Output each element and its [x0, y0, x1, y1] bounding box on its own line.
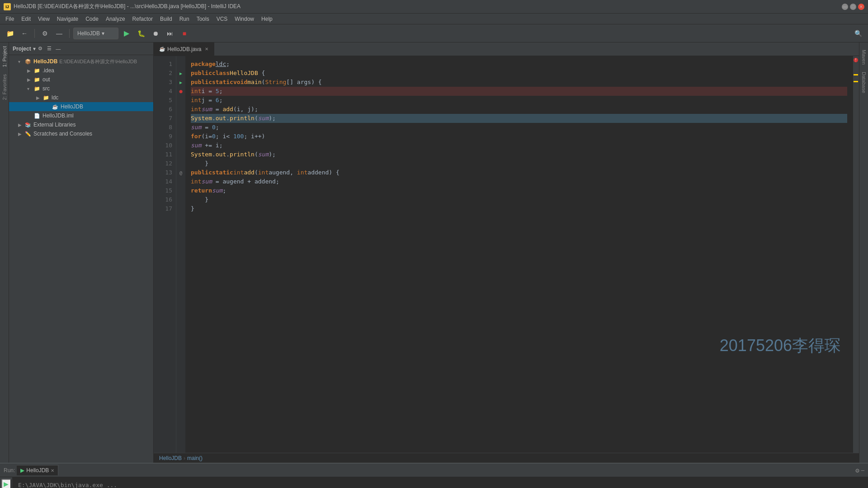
menu-edit[interactable]: Edit [18, 15, 34, 23]
code-editor[interactable]: 12345 678910 1112131415 1617 ▶ ▶ ● @ [154, 56, 859, 453]
menu-code[interactable]: Code [82, 15, 102, 23]
dropdown-icon: ▾ [102, 30, 104, 37]
menu-window[interactable]: Window [231, 15, 258, 23]
tree-item-ext-libs[interactable]: ▶ 📚 External Libraries [9, 120, 153, 129]
project-tree: ▾ 📦 HelloJDB E:\IDEA\IDEA各种源文件\HelloJDB … [9, 55, 153, 463]
tree-arrow-ldc: ▶ [36, 95, 42, 100]
menu-build[interactable]: Build [156, 15, 176, 23]
menu-refactor[interactable]: Refactor [129, 15, 156, 23]
menu-analyze[interactable]: Analyze [102, 15, 129, 23]
title-bar: IJ HelloJDB [E:\IDEA\IDEA各种源文件\HelloJDB]… [0, 0, 868, 14]
settings-button[interactable]: ⚙ [38, 27, 51, 40]
editor-tab-hellojdb[interactable]: ☕ HelloJDB.java ✕ [154, 42, 214, 56]
menu-run[interactable]: Run [176, 15, 193, 23]
tree-item-ldc[interactable]: ▶ 📁 ldc [9, 93, 153, 102]
tree-item-out[interactable]: ▶ 📁 out [9, 75, 153, 84]
project-run-selector[interactable]: HelloJDB ▾ [73, 28, 118, 39]
menu-navigate[interactable]: Navigate [53, 15, 82, 23]
menu-vcs[interactable]: VCS [213, 15, 231, 23]
tab-label-hellojdb: HelloJDB.java [167, 46, 201, 52]
tree-item-idea[interactable]: ▶ 📁 .idea [9, 66, 153, 75]
tree-item-hellojdb[interactable]: ☕ HelloJDB [9, 102, 153, 111]
marker-7 [176, 114, 185, 123]
project-settings-button[interactable]: ⚙ [36, 44, 45, 53]
marker-16 [176, 195, 185, 204]
code-line-3: public static void main(String[] args) { [191, 78, 847, 87]
menu-tools[interactable]: Tools [193, 15, 213, 23]
menu-help[interactable]: Help [258, 15, 276, 23]
tree-label-hellojdb: HelloJDB [61, 103, 83, 110]
folder-icon-ldc: 📁 [42, 94, 50, 101]
xml-icon-iml: 📄 [33, 112, 41, 119]
tree-path-root: E:\IDEA\IDEA各种源文件\HelloJDB [59, 58, 137, 65]
separator-1 [34, 29, 35, 38]
code-line-9: for(i=0; i< 100; i++) [191, 132, 847, 141]
search-everywhere-button[interactable]: 🔍 [852, 27, 864, 40]
run-tabs: Run: ▶ HelloJDB ✕ ⚙ — [0, 464, 868, 477]
stop-button[interactable]: ■ [178, 27, 191, 40]
marker-4[interactable]: ● [176, 87, 185, 96]
tab-close-hellojdb[interactable]: ✕ [205, 47, 208, 52]
debug-button[interactable]: 🐛 [135, 27, 147, 40]
code-line-2: public class HelloJDB { [191, 69, 847, 78]
tree-arrow-out: ▶ [27, 77, 33, 82]
tree-root-hellojdb[interactable]: ▾ 📦 HelloJDB E:\IDEA\IDEA各种源文件\HelloJDB [9, 57, 153, 66]
tree-item-iml[interactable]: 📄 HelloJDB.iml [9, 111, 153, 120]
database-tab[interactable]: Database [860, 68, 868, 97]
close-button[interactable]: ✕ [858, 4, 864, 10]
tree-arrow-root: ▾ [18, 59, 24, 64]
breadcrumb-class[interactable]: HelloJDB [159, 455, 182, 461]
minimize-button[interactable]: — [842, 4, 848, 10]
marker-1 [176, 60, 185, 69]
marker-6 [176, 105, 185, 114]
folder-icon-src: 📁 [33, 85, 41, 92]
project-header: Project ▾ ⚙ ☰ — [9, 42, 153, 55]
code-line-16: } [191, 195, 847, 204]
project-tab-label[interactable]: 1: Project [0, 42, 9, 70]
tree-arrow-idea: ▶ [27, 68, 33, 73]
menu-bar: File Edit View Navigate Code Analyze Ref… [0, 14, 868, 24]
coverage-button[interactable]: ⏺ [149, 27, 162, 40]
run-cmd-line: E:\JAVA\JDK\bin\java.exe ... [18, 481, 863, 488]
minimize-toolbar-button[interactable]: — [53, 27, 66, 40]
tree-item-scratches[interactable]: ▶ ✏️ Scratches and Consoles [9, 129, 153, 138]
open-button[interactable]: 📁 [4, 27, 16, 40]
menu-view[interactable]: View [34, 15, 53, 23]
left-side-tabs: 1: Project 2: Favorites [0, 42, 9, 463]
breadcrumb-method[interactable]: main() [187, 455, 203, 461]
tree-label-idea: .idea [42, 67, 54, 74]
maximize-button[interactable]: □ [850, 4, 856, 10]
bottom-panel: Run: ▶ HelloJDB ✕ ⚙ — ▶ ↑ ↓ ■ ⏸ ↩ 🖨 🗑 E:… [0, 463, 868, 488]
code-line-7: System.out.println(sum); [191, 114, 847, 123]
code-line-11: System.out.println(sum); [191, 150, 847, 159]
rerun-button[interactable]: ▶ [1, 479, 11, 488]
maven-tab[interactable]: Maven [860, 46, 868, 68]
project-filter-button[interactable]: ☰ [45, 44, 54, 53]
tree-label-ldc: ldc [52, 94, 58, 101]
run-output: E:\JAVA\JDK\bin\java.exe ... 11 4950 Pro… [13, 477, 868, 488]
code-line-13: public static int add(int augend, int ad… [191, 168, 847, 177]
back-button[interactable]: ← [18, 27, 31, 40]
favorites-tab-label[interactable]: 2: Favorites [0, 70, 9, 103]
marker-3: ▶ [176, 78, 185, 87]
run-settings-button[interactable]: ⚙ [855, 467, 859, 474]
window-controls[interactable]: — □ ✕ [842, 4, 864, 10]
profile-button[interactable]: ⏭ [164, 27, 176, 40]
run-tab-hellojdb[interactable]: ▶ HelloJDB ✕ [17, 465, 58, 475]
code-line-5: int j = 6; [191, 96, 847, 105]
run-minimize-button[interactable]: — [861, 467, 864, 474]
menu-file[interactable]: File [2, 15, 18, 23]
tree-item-src[interactable]: ▾ 📁 src [9, 84, 153, 93]
code-content[interactable]: package ldc; public class HelloJDB { pub… [185, 56, 853, 453]
tree-label-src: src [42, 85, 50, 92]
code-line-12: } [191, 159, 847, 168]
error-stripe: ! [853, 56, 859, 453]
toolbar: 📁 ← ⚙ — HelloJDB ▾ ▶ 🐛 ⏺ ⏭ ■ 🔍 [0, 24, 868, 42]
run-tab-close[interactable]: ✕ [51, 468, 54, 473]
code-line-1: package ldc; [191, 60, 847, 69]
tree-label-scratches: Scratches and Consoles [33, 131, 92, 137]
tree-label-out: out [42, 76, 50, 83]
run-button[interactable]: ▶ [120, 27, 133, 40]
project-collapse-button[interactable]: — [54, 44, 63, 53]
editor-tabs: ☕ HelloJDB.java ✕ [154, 42, 859, 56]
